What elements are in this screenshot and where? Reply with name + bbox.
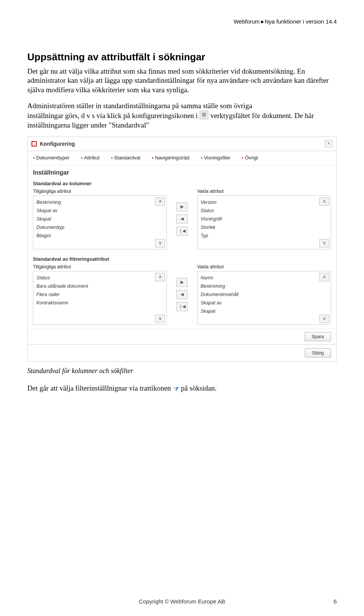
- dialog-titlebar: Konfigurering ×: [28, 137, 336, 151]
- list-item[interactable]: Skapat av: [36, 206, 155, 215]
- block1-left-label: Tillgängliga attribut: [33, 189, 167, 195]
- admin-paragraph-line2: inställningar görs, d v s via klick på k…: [27, 110, 337, 130]
- block1-right-label: Valda attribut: [197, 189, 331, 195]
- list-item[interactable]: Beskrivning: [201, 282, 319, 290]
- move-right-button[interactable]: ▶: [176, 202, 188, 211]
- document-header: Webforum●Nya funktioner i version 14.4: [27, 18, 337, 25]
- list-item[interactable]: Beskrivning: [36, 198, 155, 206]
- filter-sentence: Det går att välja filterinställlnignar v…: [27, 384, 337, 393]
- block2-left-label: Tillgängliga attribut: [33, 264, 167, 271]
- block2-title: Standardval av filtreringsattribut: [28, 253, 336, 264]
- gear-icon: [199, 110, 209, 120]
- scroll-down-icon[interactable]: ∨: [319, 239, 329, 247]
- list-item[interactable]: Typ: [201, 232, 319, 240]
- footer-company: Webforum Europe AB: [170, 598, 225, 605]
- app-icon: [31, 141, 37, 147]
- page-number: 6: [334, 598, 337, 605]
- list-item[interactable]: Skapat av: [201, 299, 319, 307]
- admin-text-a: inställningar görs, d v s via klick på k…: [27, 112, 199, 120]
- tab-visningsfiler[interactable]: Visningsfiler: [201, 155, 230, 161]
- page-footer: Copyright © Webforum Europe AB 6: [27, 598, 337, 605]
- header-product: Webforum: [234, 18, 260, 25]
- move-right-button[interactable]: ▶: [176, 278, 188, 287]
- scroll-up-icon[interactable]: ∧: [155, 273, 165, 281]
- block1-transfer-buttons: ▶ ◀ ❘◀: [171, 189, 193, 236]
- funnel-icon: ⧩: [173, 386, 179, 393]
- move-all-left-button[interactable]: ❘◀: [176, 302, 188, 311]
- close-button[interactable]: Stäng: [305, 348, 331, 358]
- tab-navigeringstrad[interactable]: Navigeringsträd: [152, 155, 189, 161]
- copyright-icon: ©: [165, 599, 170, 605]
- block1-selected-list[interactable]: ∧ Version Status Visningsfil Storlek Typ…: [197, 195, 331, 249]
- list-item[interactable]: Kontraktsnamn: [36, 299, 155, 307]
- list-item[interactable]: Dokumentinnehåll: [201, 290, 319, 299]
- settings-heading: Inställningar: [28, 165, 336, 178]
- scroll-up-icon[interactable]: ∧: [155, 197, 165, 206]
- save-button[interactable]: Spara: [304, 332, 331, 341]
- dialog-outer-footer: Stäng: [28, 344, 336, 361]
- tab-standardval[interactable]: Standardval: [111, 155, 141, 161]
- close-icon[interactable]: ×: [325, 140, 333, 148]
- section-title: Uppsättning av attributfält i sökningar: [27, 51, 337, 63]
- config-dialog: Konfigurering × Dokumenttyper Attribut S…: [27, 137, 337, 362]
- tab-attribut[interactable]: Attribut: [81, 155, 99, 161]
- list-item[interactable]: Namn: [201, 274, 319, 282]
- header-separator: ●: [260, 18, 265, 25]
- move-left-button[interactable]: ◀: [176, 290, 188, 299]
- block2-dual-list: Tillgängliga attribut ∧ Status Bara utlå…: [28, 264, 336, 329]
- list-item[interactable]: Skapat: [36, 215, 155, 223]
- header-subtitle: Nya funktioner i version 14.4: [265, 18, 337, 25]
- list-item[interactable]: Bara utlånade dokument: [36, 282, 155, 290]
- admin-paragraph-line1: Administratören ställer in standardinstä…: [27, 101, 337, 110]
- list-item[interactable]: Status: [201, 206, 319, 215]
- block2-selected-list[interactable]: ∧ Namn Beskrivning Dokumentinnehåll Skap…: [197, 271, 331, 325]
- block2-right-label: Valda attribut: [197, 264, 331, 271]
- list-item[interactable]: Version: [201, 198, 319, 206]
- filter-text-b: på söksidan.: [179, 384, 217, 392]
- list-item[interactable]: Flera rader: [36, 290, 155, 299]
- screenshot-caption: Standardval för kolumner och sökfilter: [27, 367, 337, 375]
- move-left-button[interactable]: ◀: [176, 214, 188, 224]
- list-item[interactable]: Visningsfil: [201, 215, 319, 223]
- block1-dual-list: Tillgängliga attribut ∧ Beskrivning Skap…: [28, 189, 336, 253]
- block1-title: Standardval av kolumner: [28, 178, 336, 189]
- scroll-up-icon[interactable]: ∧: [319, 273, 329, 281]
- scroll-down-icon[interactable]: ∨: [319, 315, 329, 323]
- block2-available-list[interactable]: ∧ Status Bara utlånade dokument Flera ra…: [33, 271, 167, 325]
- filter-text-a: Det går att välja filterinställlnignar v…: [27, 384, 173, 392]
- dialog-tabs: Dokumenttyper Attribut Standardval Navig…: [28, 151, 336, 165]
- block2-transfer-buttons: ▶ ◀ ❘◀: [171, 264, 193, 311]
- dialog-title: Konfigurering: [40, 141, 322, 147]
- footer-copyright: Copyright © Webforum Europe AB: [139, 598, 225, 605]
- tab-dokumenttyper[interactable]: Dokumenttyper: [33, 155, 69, 161]
- dialog-inner-footer: Spara: [28, 329, 336, 344]
- list-item[interactable]: Storlek: [201, 223, 319, 232]
- footer-copyright-word: Copyright: [139, 598, 163, 605]
- tab-ovrigt[interactable]: Övrigt: [242, 155, 258, 161]
- list-item[interactable]: Status: [36, 274, 155, 282]
- block1-available-list[interactable]: ∧ Beskrivning Skapat av Skapat Dokumentt…: [33, 195, 167, 249]
- scroll-down-icon[interactable]: ∨: [155, 315, 165, 323]
- list-item[interactable]: Dokumenttyp: [36, 223, 155, 232]
- scroll-up-icon[interactable]: ∧: [319, 197, 329, 206]
- scroll-down-icon[interactable]: ∨: [155, 239, 165, 247]
- move-all-left-button[interactable]: ❘◀: [176, 227, 188, 236]
- list-item[interactable]: Skapat: [201, 307, 319, 315]
- list-item[interactable]: Bilagor: [36, 232, 155, 240]
- intro-paragraph: Det går nu att välja vilka attribut som …: [27, 67, 337, 95]
